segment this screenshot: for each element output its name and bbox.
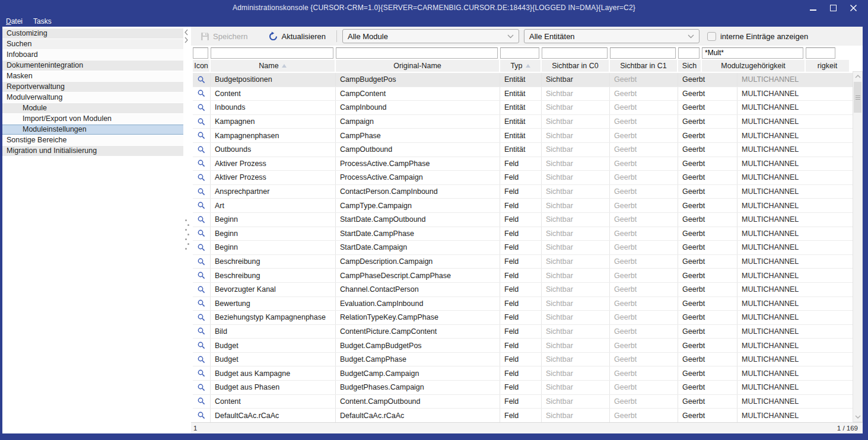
cell-icon[interactable] <box>193 101 211 114</box>
filter-input-2[interactable] <box>336 47 498 59</box>
sidebar-item-suchen[interactable]: Suchen <box>2 39 183 49</box>
scroll-down-button[interactable] <box>853 412 862 422</box>
table-row[interactable]: BeginnStartDate.CampPhaseFeldSichtbarGee… <box>193 227 853 241</box>
row-search-icon[interactable] <box>198 412 205 419</box>
row-search-icon[interactable] <box>198 314 205 321</box>
table-row[interactable]: Aktiver ProzessProcessActive.CampaignFel… <box>193 171 853 185</box>
filter-input-5[interactable] <box>610 47 676 59</box>
entity-filter-dropdown[interactable]: Alle Entitäten <box>524 29 700 43</box>
collapse-left-icon[interactable] <box>184 29 189 36</box>
row-search-icon[interactable] <box>198 286 205 294</box>
column-header-sichtbar-in-c1[interactable]: Sichtbar in C1 <box>610 60 677 72</box>
row-search-icon[interactable] <box>198 132 205 139</box>
close-button[interactable] <box>843 0 863 16</box>
cell-icon[interactable] <box>193 395 211 409</box>
internal-entries-checkbox[interactable] <box>707 32 716 41</box>
column-header-modulzugeh-rigkeit[interactable]: Modulzugehörigkeit <box>702 60 805 72</box>
sidebar-item-modulverwaltung[interactable]: Modulverwaltung <box>2 93 183 103</box>
table-row[interactable]: BudgetpositionenCampBudgetPosEntitätSich… <box>193 73 853 87</box>
cell-icon[interactable] <box>193 283 211 296</box>
table-row[interactable]: KampagnenCampaignEntitätSichtbarGeerbtGe… <box>193 115 853 129</box>
filter-input-6[interactable] <box>678 47 700 59</box>
vertical-scrollbar[interactable] <box>853 71 863 422</box>
table-row[interactable]: BewertungEvaluation.CampInboundFeldSicht… <box>193 297 853 311</box>
cell-icon[interactable] <box>193 185 211 199</box>
table-row[interactable]: BeschreibungCampDescription.CampaignFeld… <box>193 255 853 269</box>
refresh-button[interactable]: Aktualisieren <box>265 28 329 44</box>
row-search-icon[interactable] <box>198 244 205 251</box>
row-search-icon[interactable] <box>198 76 205 84</box>
row-search-icon[interactable] <box>198 229 205 237</box>
table-row[interactable]: ContentCampContentEntitätSichtbarGeerbtG… <box>193 87 853 101</box>
cell-icon[interactable] <box>193 241 211 254</box>
column-header-name[interactable]: Name <box>211 60 335 72</box>
sidebar-item-moduleinstellungen[interactable]: Moduleinstellungen <box>2 125 183 135</box>
row-search-icon[interactable] <box>198 202 205 209</box>
cell-icon[interactable] <box>193 339 211 352</box>
sidebar-item-sonstige-bereiche[interactable]: Sonstige Bereiche <box>2 135 183 145</box>
cell-icon[interactable] <box>193 353 211 366</box>
sidebar-item-import-export-von-modulen[interactable]: Import/Export von Modulen <box>2 114 183 124</box>
module-filter-dropdown[interactable]: Alle Module <box>342 29 519 43</box>
row-search-icon[interactable] <box>198 188 205 196</box>
cell-icon[interactable] <box>193 255 211 269</box>
table-row[interactable]: Beziehungstyp KampagnenphaseRelationType… <box>193 311 853 325</box>
cell-icon[interactable] <box>193 73 211 87</box>
row-search-icon[interactable] <box>198 356 205 364</box>
row-search-icon[interactable] <box>198 118 205 126</box>
row-search-icon[interactable] <box>198 342 205 349</box>
cell-icon[interactable] <box>193 366 211 380</box>
table-row[interactable]: ArtCampType.CampaignFeldSichtbarGeerbtGe… <box>193 199 853 213</box>
sidebar-item-infoboard[interactable]: Infoboard <box>2 50 183 60</box>
cell-icon[interactable] <box>193 381 211 394</box>
splitter-grip[interactable] <box>185 219 189 253</box>
filter-input-0[interactable] <box>193 47 208 59</box>
cell-icon[interactable] <box>193 311 211 324</box>
row-search-icon[interactable] <box>198 327 205 335</box>
cell-icon[interactable] <box>193 171 211 184</box>
filter-input-8[interactable] <box>806 47 835 59</box>
row-search-icon[interactable] <box>198 272 205 279</box>
cell-icon[interactable] <box>193 269 211 282</box>
cell-icon[interactable] <box>193 87 211 101</box>
row-search-icon[interactable] <box>198 174 205 181</box>
maximize-button[interactable] <box>823 0 843 16</box>
table-row[interactable]: Budget aus PhasenBudgetPhases.CampaignFe… <box>193 381 853 395</box>
sidebar-splitter[interactable] <box>182 27 192 406</box>
column-header-rigkeit[interactable]: rigkeit <box>806 60 849 72</box>
table-row[interactable]: BudgetBudget.CampBudgetPosFeldSichtbarGe… <box>193 339 853 353</box>
row-search-icon[interactable] <box>198 258 205 266</box>
table-row[interactable]: ContentContent.CampOutboundFeldSichtbarG… <box>193 395 853 409</box>
table-row[interactable]: BeschreibungCampPhaseDescript.CampPhaseF… <box>193 269 853 283</box>
table-row[interactable]: AnsprechpartnerContactPerson.CampInbound… <box>193 185 853 199</box>
minimize-button[interactable] <box>803 0 823 16</box>
column-header-original-name[interactable]: Original-Name <box>336 60 499 72</box>
column-header-sichtbar-in-c0[interactable]: Sichtbar in C0 <box>542 60 609 72</box>
cell-icon[interactable] <box>193 297 211 311</box>
cell-icon[interactable] <box>193 213 211 227</box>
cell-icon[interactable] <box>193 129 211 142</box>
cell-icon[interactable] <box>193 115 211 129</box>
save-button[interactable]: Speichern <box>197 28 252 44</box>
table-row[interactable]: InboundsCampInboundEntitätSichtbarGeerbt… <box>193 101 853 115</box>
table-row[interactable]: Aktiver ProzessProcessActive.CampPhaseFe… <box>193 157 853 171</box>
menu-item-tasks[interactable]: Tasks <box>33 17 52 25</box>
row-search-icon[interactable] <box>198 384 205 391</box>
filter-input-3[interactable] <box>500 47 539 59</box>
sidebar-item-module[interactable]: Module <box>2 103 183 113</box>
cell-icon[interactable] <box>193 199 211 212</box>
sidebar-item-customizing[interactable]: Customizing <box>2 28 183 39</box>
row-search-icon[interactable] <box>198 369 205 377</box>
sidebar-item-masken[interactable]: Masken <box>2 71 183 81</box>
expand-right-icon[interactable] <box>184 37 189 43</box>
table-row[interactable]: DefaultCaAc.rCaAcDefaultCaAc.rCaAcFeldSi… <box>193 409 853 423</box>
scroll-up-button[interactable] <box>853 72 862 81</box>
sidebar-item-migration-und-initialisierung[interactable]: Migration und Initialisierung <box>2 146 183 156</box>
cell-icon[interactable] <box>193 325 211 339</box>
table-row[interactable]: KampagnenphasenCampPhaseEntitätSichtbarG… <box>193 129 853 143</box>
scrollbar-thumb[interactable] <box>854 82 861 113</box>
menu-item-datei[interactable]: Datei <box>6 17 23 25</box>
row-search-icon[interactable] <box>198 397 205 405</box>
row-search-icon[interactable] <box>198 160 205 167</box>
row-search-icon[interactable] <box>198 90 205 97</box>
